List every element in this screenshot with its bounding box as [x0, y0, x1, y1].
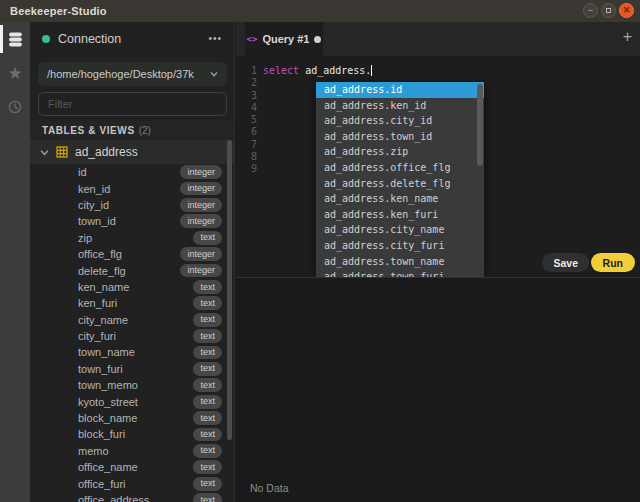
- column-row[interactable]: town_furitext: [30, 361, 234, 377]
- rail-item-favorites[interactable]: ★: [0, 56, 30, 90]
- column-row[interactable]: kyoto_streettext: [30, 393, 234, 409]
- new-tab-button[interactable]: +: [623, 29, 632, 45]
- table-item-ad_address[interactable]: ad_address: [30, 140, 234, 164]
- autocomplete-item[interactable]: ad_address.city_id: [316, 113, 484, 129]
- line-number: 2: [236, 77, 257, 89]
- autocomplete-item[interactable]: ad_address.city_furi: [316, 238, 484, 254]
- window-controls: − ✕: [583, 3, 634, 18]
- column-row[interactable]: block_nametext: [30, 410, 234, 426]
- autocomplete-item[interactable]: ad_address.town_furi: [316, 269, 484, 277]
- close-icon: ✕: [623, 6, 631, 15]
- autocomplete-item[interactable]: ad_address.town_name: [316, 254, 484, 270]
- column-row[interactable]: block_furitext: [30, 426, 234, 442]
- column-type-badge: integer: [180, 198, 222, 212]
- column-name: city_furi: [78, 330, 116, 342]
- column-row[interactable]: ziptext: [30, 230, 234, 246]
- column-row[interactable]: office_flginteger: [30, 246, 234, 262]
- column-type-badge: integer: [180, 264, 222, 278]
- column-row[interactable]: town_nametext: [30, 344, 234, 360]
- column-row[interactable]: city_idinteger: [30, 197, 234, 213]
- column-row[interactable]: town_memotext: [30, 377, 234, 393]
- column-type-badge: text: [193, 444, 222, 458]
- column-name: town_id: [78, 215, 116, 227]
- column-name: ken_furi: [78, 297, 117, 309]
- autocomplete-scrollbar[interactable]: [477, 84, 483, 166]
- tables-section-count: (2): [139, 125, 151, 136]
- column-type-badge: integer: [180, 247, 222, 261]
- column-row[interactable]: office_addresstext: [30, 492, 234, 502]
- text-cursor: [371, 65, 372, 76]
- column-row[interactable]: ken_idinteger: [30, 180, 234, 196]
- connection-menu-icon[interactable]: •••: [208, 33, 222, 44]
- column-row[interactable]: memotext: [30, 443, 234, 459]
- column-row[interactable]: idinteger: [30, 164, 234, 180]
- line-number: 1: [236, 65, 257, 77]
- star-icon: ★: [7, 65, 22, 82]
- column-row[interactable]: delete_flginteger: [30, 262, 234, 278]
- column-row[interactable]: ken_nametext: [30, 279, 234, 295]
- autocomplete-items: ad_address.idad_address.ken_idad_address…: [316, 82, 484, 277]
- maximize-icon: [606, 8, 611, 13]
- column-row[interactable]: town_idinteger: [30, 213, 234, 229]
- autocomplete-item[interactable]: ad_address.town_id: [316, 129, 484, 145]
- editor-line: 1select ad_address.: [236, 65, 640, 77]
- minimize-button[interactable]: −: [583, 3, 598, 18]
- sidebar-scrollbar[interactable]: [227, 140, 232, 440]
- chevron-down-icon: [210, 71, 218, 77]
- column-type-badge: integer: [180, 182, 222, 196]
- sql-text: ad_address.: [299, 65, 371, 76]
- autocomplete-item[interactable]: ad_address.ken_furi: [316, 207, 484, 223]
- autocomplete-item[interactable]: ad_address.city_name: [316, 222, 484, 238]
- table-grid-icon: [56, 146, 68, 158]
- main-area: <> Query #1 + 1select ad_address.2345678…: [236, 22, 640, 502]
- column-row[interactable]: ken_furitext: [30, 295, 234, 311]
- column-name: town_name: [78, 346, 135, 358]
- tables-section-header: TABLES & VIEWS (2): [30, 121, 234, 140]
- autocomplete-dropdown: ad_address.idad_address.ken_idad_address…: [316, 82, 484, 277]
- column-name: ken_name: [78, 281, 129, 293]
- tab-query-1[interactable]: <> Query #1: [245, 22, 323, 56]
- no-data-label: No Data: [250, 482, 289, 494]
- code-icon: <>: [247, 34, 258, 44]
- column-type-badge: text: [193, 428, 222, 442]
- column-row[interactable]: city_furitext: [30, 328, 234, 344]
- autocomplete-item[interactable]: ad_address.zip: [316, 144, 484, 160]
- column-row[interactable]: city_nametext: [30, 312, 234, 328]
- connection-header: Connection •••: [30, 22, 234, 55]
- sql-editor[interactable]: 1select ad_address.23456789 ad_address.i…: [236, 56, 640, 277]
- line-number: 6: [236, 126, 257, 138]
- autocomplete-item[interactable]: ad_address.ken_name: [316, 191, 484, 207]
- column-name: city_id: [78, 199, 109, 211]
- column-name: town_memo: [78, 379, 138, 391]
- column-type-badge: text: [193, 280, 222, 294]
- column-type-badge: text: [193, 296, 222, 310]
- line-number: 3: [236, 90, 257, 102]
- autocomplete-item[interactable]: ad_address.ken_id: [316, 98, 484, 114]
- minimize-icon: −: [588, 6, 593, 15]
- database-select[interactable]: /home/hogehoge/Desktop/37k: [38, 62, 227, 86]
- column-name: office_furi: [78, 478, 126, 490]
- column-row[interactable]: office_furitext: [30, 475, 234, 491]
- rail-item-history[interactable]: [0, 90, 30, 124]
- column-type-badge: integer: [180, 214, 222, 228]
- autocomplete-item[interactable]: ad_address.delete_flg: [316, 176, 484, 192]
- close-button[interactable]: ✕: [619, 3, 634, 18]
- column-name: block_furi: [78, 428, 125, 440]
- connection-label: Connection: [58, 32, 121, 46]
- chevron-down-icon: [40, 149, 49, 156]
- history-icon: [7, 99, 23, 115]
- maximize-button[interactable]: [601, 3, 616, 18]
- column-type-badge: text: [193, 362, 222, 376]
- tab-bar: <> Query #1 +: [236, 22, 640, 56]
- line-number: 8: [236, 151, 257, 163]
- run-button[interactable]: Run: [591, 253, 635, 272]
- column-row[interactable]: office_nametext: [30, 459, 234, 475]
- column-type-badge: text: [193, 378, 222, 392]
- line-number: 4: [236, 102, 257, 114]
- rail-item-connections[interactable]: [0, 22, 30, 56]
- autocomplete-item[interactable]: ad_address.office_flg: [316, 160, 484, 176]
- autocomplete-item[interactable]: ad_address.id: [316, 82, 484, 98]
- line-number: 5: [236, 114, 257, 126]
- filter-input[interactable]: [38, 92, 227, 116]
- save-button[interactable]: Save: [542, 253, 589, 272]
